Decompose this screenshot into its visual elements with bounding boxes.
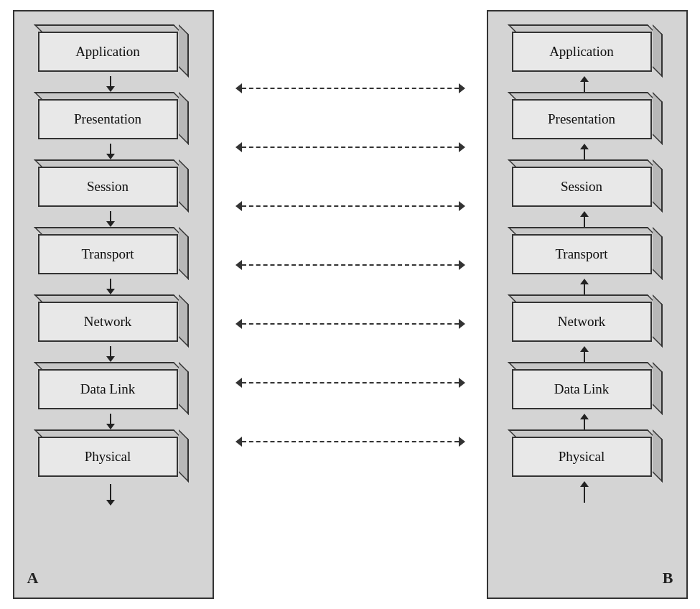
- bottom-arrow-a: [112, 484, 115, 506]
- box-side: [653, 362, 663, 415]
- layer-session-a: Session: [38, 159, 189, 211]
- layer-datalink-b: Data Link: [512, 362, 663, 414]
- connector-4a: [112, 279, 115, 294]
- vert-line: [110, 279, 111, 289]
- vert-line: [110, 211, 111, 221]
- dashed-line: [242, 382, 459, 383]
- vert-line: [584, 82, 585, 92]
- dashed-arrow-row-2: [214, 118, 487, 177]
- box-front: Network: [38, 302, 178, 342]
- vert-line: [110, 484, 111, 500]
- arrowhead-down: [106, 356, 115, 362]
- dashed-arrow-7: [235, 437, 465, 447]
- vert-line: [110, 76, 111, 86]
- dashed-line: [242, 147, 459, 148]
- box-front: Presentation: [38, 99, 178, 139]
- connector-6a: [112, 414, 115, 429]
- dashed-arrow-row-3: [214, 177, 487, 236]
- box-front: Application: [512, 32, 652, 72]
- box-side: [179, 362, 189, 415]
- dashed-arrow-1: [235, 83, 465, 93]
- box-front: Physical: [38, 437, 178, 477]
- connector-4b: [586, 279, 589, 294]
- vert-line: [110, 414, 111, 424]
- dashed-arrow-row-7: [214, 412, 487, 471]
- dashed-arrow-6: [235, 378, 465, 388]
- arrowhead-up: [580, 279, 589, 284]
- box-front: Transport: [512, 234, 652, 274]
- box-front: Presentation: [512, 99, 652, 139]
- dashed-line: [242, 264, 459, 266]
- dashed-arrow-2: [235, 142, 465, 152]
- layer-transport-a: Transport: [38, 227, 189, 279]
- connector-5b: [586, 346, 589, 362]
- arrowhead-down: [106, 289, 115, 294]
- dashed-line: [242, 323, 459, 325]
- arrowhead-down: [106, 154, 115, 159]
- dashed-arrow-3: [235, 201, 465, 211]
- dashed-line: [242, 88, 459, 89]
- bottom-arrow-b: [586, 481, 589, 503]
- arrowhead-down-final: [106, 500, 115, 506]
- arrowhead-up: [580, 144, 589, 149]
- box-front: Session: [38, 167, 178, 207]
- box-side: [653, 92, 663, 145]
- dashed-line: [242, 441, 459, 442]
- box-front: Application: [38, 32, 178, 72]
- box-front: Session: [512, 167, 652, 207]
- arrowhead-down: [106, 86, 115, 92]
- box-side: [653, 227, 663, 280]
- dashed-arrow-row-5: [214, 294, 487, 353]
- box-side: [653, 159, 663, 213]
- connector-3a: [112, 211, 115, 227]
- box-front: Data Link: [512, 369, 652, 409]
- box-front: Physical: [512, 437, 652, 477]
- arrowhead-up: [580, 414, 589, 419]
- box-front: Transport: [38, 234, 178, 274]
- connector-3b: [586, 211, 589, 227]
- layer-physical-b: Physical: [512, 429, 663, 481]
- panel-a-label: A: [27, 569, 39, 587]
- layer-application-b: Application: [512, 24, 663, 76]
- vert-line: [110, 346, 111, 356]
- arrowhead-up: [580, 346, 589, 352]
- vert-line: [584, 149, 585, 159]
- arrowhead-down: [106, 424, 115, 429]
- connector-2b: [586, 144, 589, 159]
- box-front: Network: [512, 302, 652, 342]
- connector-6b: [586, 414, 589, 429]
- vert-line: [584, 284, 585, 294]
- vert-line: [110, 144, 111, 154]
- layer-transport-b: Transport: [512, 227, 663, 279]
- vert-line: [584, 487, 585, 503]
- vert-line: [584, 419, 585, 429]
- box-side: [179, 92, 189, 145]
- layer-application-a: Application: [38, 24, 189, 76]
- dashed-arrow-row-6: [214, 353, 487, 412]
- dashed-arrow-4: [235, 260, 465, 270]
- arrowhead-up: [580, 76, 589, 82]
- osi-diagram: Application Presentation: [13, 10, 688, 599]
- panel-b: Application Presentation: [487, 10, 688, 599]
- layer-presentation-a: Presentation: [38, 92, 189, 144]
- layer-network-b: Network: [512, 294, 663, 346]
- dashed-arrow-row-1: [214, 59, 487, 118]
- box-side: [179, 227, 189, 280]
- arrowhead-up: [580, 211, 589, 217]
- connector-2a: [112, 144, 115, 159]
- layer-presentation-b: Presentation: [512, 92, 663, 144]
- layer-physical-a: Physical: [38, 429, 189, 481]
- dashed-arrow-row-4: [214, 236, 487, 294]
- box-side: [179, 429, 189, 483]
- vert-line: [584, 352, 585, 362]
- box-front: Data Link: [38, 369, 178, 409]
- box-side: [179, 24, 189, 78]
- arrowhead-down: [106, 221, 115, 227]
- middle-section: [214, 10, 487, 599]
- dashed-line: [242, 205, 459, 207]
- dashed-arrow-5: [235, 319, 465, 329]
- box-side: [179, 159, 189, 213]
- connector-1b: [586, 76, 589, 92]
- box-side: [653, 294, 663, 348]
- box-side: [653, 24, 663, 78]
